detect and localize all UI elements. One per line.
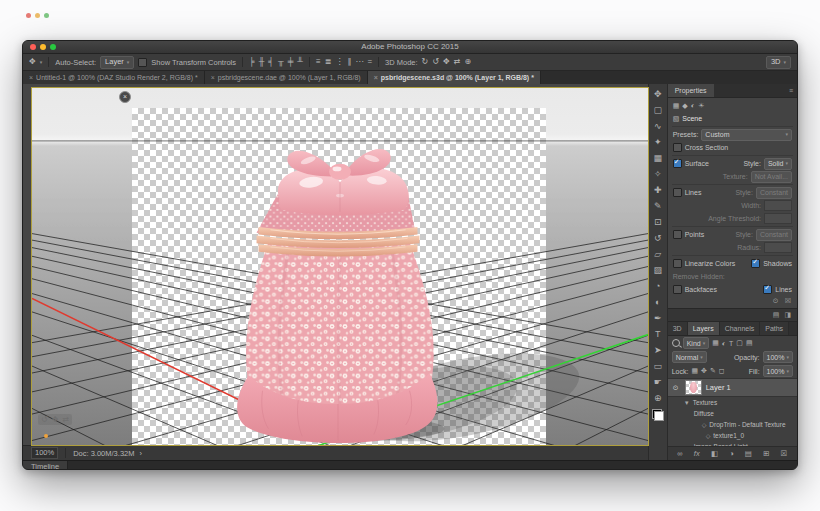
- panel-menu-icon[interactable]: ≡: [785, 84, 797, 97]
- type-tool[interactable]: T: [650, 326, 666, 342]
- backfaces-checkbox[interactable]: [673, 285, 682, 294]
- tab-properties[interactable]: Properties: [668, 84, 714, 97]
- lock-position-icon[interactable]: ✥: [701, 367, 707, 375]
- pen-tool[interactable]: ✒: [650, 310, 666, 326]
- tree-item-droptrim-texture[interactable]: ◇ DropTrim - Default Texture: [668, 419, 797, 430]
- lock-image-icon[interactable]: ✎: [710, 367, 716, 375]
- opacity-dropdown[interactable]: 100% ▾: [763, 351, 793, 363]
- align-bottom-icon[interactable]: ╨: [297, 57, 303, 67]
- 3d-view-gizmo[interactable]: ↺ ✥ ⇄: [38, 414, 72, 425]
- filter-adjustment-icon[interactable]: ◐: [722, 340, 726, 347]
- filter-shape-icon[interactable]: ▢: [736, 339, 743, 347]
- linearize-colors-checkbox[interactable]: [673, 259, 682, 268]
- background-color-swatch[interactable]: [654, 411, 664, 421]
- color-swatches[interactable]: [652, 409, 664, 421]
- tab-timeline[interactable]: Timeline: [23, 461, 68, 470]
- delete-layer-icon[interactable]: ☒: [781, 449, 788, 458]
- align-left-icon[interactable]: ╞: [249, 57, 255, 67]
- eyedropper-tool[interactable]: ✧: [650, 166, 666, 182]
- layer-group-icon[interactable]: ▤: [745, 449, 752, 458]
- path-selection-tool[interactable]: ➤: [650, 342, 666, 358]
- brush-tool[interactable]: ✎: [650, 198, 666, 214]
- lock-all-icon[interactable]: ◻: [719, 367, 725, 375]
- blur-tool[interactable]: ◔: [650, 278, 666, 294]
- history-brush-tool[interactable]: ↺: [650, 230, 666, 246]
- shadows-checkbox[interactable]: [751, 259, 760, 268]
- quick-selection-tool[interactable]: ✦: [650, 134, 666, 150]
- lasso-tool[interactable]: ∿: [650, 118, 666, 134]
- filter-scene-icon[interactable]: ▦: [673, 102, 680, 110]
- filter-pixel-icon[interactable]: ▦: [712, 339, 719, 347]
- 3d-scale-icon[interactable]: ⊕: [464, 57, 471, 67]
- delete-icon[interactable]: ☒: [785, 297, 791, 305]
- tree-item-texture1-0[interactable]: ◇ texture1_0: [668, 430, 797, 441]
- cross-section-checkbox[interactable]: [673, 143, 682, 152]
- 3d-drag-icon[interactable]: ✥: [443, 57, 450, 67]
- layer-effects-icon[interactable]: fx: [694, 449, 700, 458]
- hidden-lines-checkbox[interactable]: [763, 285, 772, 294]
- distribute-left-icon[interactable]: ∥: [347, 57, 351, 67]
- filter-material-icon[interactable]: ◐: [691, 102, 695, 109]
- presets-dropdown[interactable]: Custom ▾: [701, 129, 792, 141]
- align-right-icon[interactable]: ╡: [268, 57, 274, 67]
- close-tab-icon[interactable]: ×: [211, 74, 215, 81]
- filter-smart-icon[interactable]: ▤: [746, 339, 753, 347]
- tab-layers[interactable]: Layers: [688, 322, 720, 335]
- tab-3d[interactable]: 3D: [668, 322, 688, 335]
- tab-channels[interactable]: Channels: [720, 322, 761, 335]
- distribute-middle-icon[interactable]: ≣: [325, 57, 332, 67]
- layer-name[interactable]: Layer 1: [706, 383, 731, 392]
- distribute-right-icon[interactable]: =: [367, 57, 372, 67]
- adjustment-layer-icon[interactable]: ◑: [729, 449, 734, 458]
- gizmo-dolly-icon[interactable]: ⇄: [62, 415, 69, 424]
- tool-preset-caret-icon[interactable]: ▾: [40, 59, 43, 65]
- tab-psbridgescene-dae[interactable]: × psbridgescene.dae @ 100% (Layer 1, RGB…: [205, 71, 368, 84]
- crop-tool[interactable]: ▦: [650, 150, 666, 166]
- marquee-tool[interactable]: ▢: [650, 102, 666, 118]
- tree-item-textures[interactable]: ▼ Textures: [668, 397, 797, 408]
- tab-psbridgescene-s3d[interactable]: × psbridgescene.s3d @ 100% (Layer 1, RGB…: [368, 71, 541, 84]
- layer-row-layer-1[interactable]: ⊙ Layer 1: [668, 378, 797, 397]
- dress-3d-model[interactable]: [237, 149, 437, 443]
- healing-brush-tool[interactable]: ✚: [650, 182, 666, 198]
- close-window-button[interactable]: [30, 44, 36, 50]
- 3d-roll-icon[interactable]: ↺: [432, 57, 439, 67]
- lock-transparency-icon[interactable]: ▦: [691, 367, 698, 375]
- surface-style-dropdown[interactable]: Solid ▾: [764, 158, 792, 170]
- hand-tool[interactable]: ☛: [650, 374, 666, 390]
- kind-filter-dropdown[interactable]: Kind ▾: [683, 337, 710, 349]
- tab-paths[interactable]: Paths: [760, 322, 789, 335]
- 3d-slide-icon[interactable]: ⇄: [454, 57, 461, 67]
- filter-mesh-icon[interactable]: ◆: [682, 102, 687, 110]
- layer-mask-icon[interactable]: ◧: [711, 449, 718, 458]
- align-top-icon[interactable]: ╥: [278, 57, 284, 67]
- 3d-canvas[interactable]: × ↺ ✥ ⇄: [31, 87, 649, 446]
- 3d-rotate-icon[interactable]: ↻: [422, 57, 429, 67]
- link-layers-icon[interactable]: ∞: [677, 449, 682, 458]
- secondary-view-close-button[interactable]: ×: [119, 91, 131, 103]
- lines-checkbox[interactable]: [673, 188, 682, 197]
- blend-mode-dropdown[interactable]: Normal ▾: [672, 351, 707, 363]
- clone-stamp-tool[interactable]: ⊡: [650, 214, 666, 230]
- zoom-level-field[interactable]: 100%: [31, 447, 58, 459]
- shape-tool[interactable]: ▭: [650, 358, 666, 374]
- layer-thumbnail[interactable]: [685, 380, 702, 395]
- eraser-tool[interactable]: ▱: [650, 246, 666, 262]
- workspace-switcher[interactable]: 3D ▾: [766, 56, 791, 69]
- distribute-center-icon[interactable]: ⋯: [355, 57, 363, 67]
- minimize-window-button[interactable]: [40, 44, 46, 50]
- align-middle-icon[interactable]: ╪: [288, 57, 294, 67]
- close-tab-icon[interactable]: ×: [374, 74, 378, 81]
- gizmo-pan-icon[interactable]: ✥: [52, 415, 59, 424]
- gradient-tool[interactable]: ▨: [650, 262, 666, 278]
- new-layer-icon[interactable]: ⊞: [763, 449, 769, 458]
- filter-light-icon[interactable]: ☀: [698, 102, 704, 110]
- collapsed-panel-icon-2[interactable]: ◨: [784, 311, 791, 319]
- layer-visibility-eye-icon[interactable]: ⊙: [671, 384, 681, 392]
- filter-type-icon[interactable]: T: [729, 340, 733, 347]
- show-transform-controls-checkbox[interactable]: [138, 58, 147, 67]
- collapsed-panel-icon-1[interactable]: ▤: [773, 311, 780, 319]
- move-tool[interactable]: ✥: [650, 86, 666, 102]
- auto-select-dropdown[interactable]: Layer ▾: [100, 56, 134, 69]
- zoom-tool[interactable]: ⊕: [650, 390, 666, 406]
